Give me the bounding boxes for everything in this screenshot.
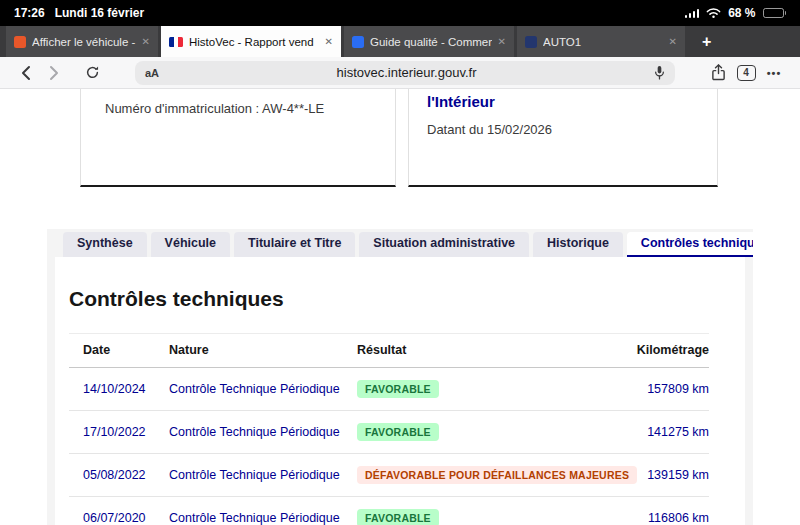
- col-header-date: Date: [69, 334, 169, 368]
- cell-nature: Contrôle Technique Périodique: [169, 454, 357, 497]
- site-favicon: [525, 36, 537, 48]
- inspections-table: Date Nature Résultat Kilométrage 14/10/2…: [69, 333, 709, 525]
- cell-km: 141275 km: [607, 411, 709, 454]
- col-header-resultat: Résultat: [357, 334, 607, 368]
- share-button[interactable]: [704, 59, 732, 87]
- close-icon[interactable]: ✕: [669, 36, 677, 47]
- controles-techniques-panel: Contrôles techniques Date Nature Résulta…: [55, 257, 745, 525]
- browser-tab-1[interactable]: Afficher le véhicule - Ad ✕: [6, 26, 158, 57]
- plus-icon: +: [702, 33, 711, 51]
- forward-icon: [49, 65, 59, 81]
- browser-tab-2-active[interactable]: HistoVec - Rapport vend ✕: [161, 26, 341, 57]
- report-tabs-section: Synthèse Véhicule Titulaire et Titre Sit…: [47, 229, 753, 525]
- toolbar-right: 4 •••: [704, 59, 788, 87]
- clock: 17:26: [14, 6, 45, 20]
- tab-situation-administrative[interactable]: Situation administrative: [359, 232, 529, 257]
- tab-historique[interactable]: Historique: [533, 232, 623, 257]
- share-icon: [711, 64, 726, 81]
- tab-titulaire-et-titre[interactable]: Titulaire et Titre: [234, 232, 355, 257]
- cell-date: 05/08/2022: [69, 454, 169, 497]
- tab-controles-techniques[interactable]: Contrôles techniques: [627, 232, 753, 257]
- status-badge: FAVORABLE: [357, 509, 439, 525]
- close-icon[interactable]: ✕: [325, 36, 333, 47]
- reload-icon: [85, 65, 100, 80]
- site-favicon: [352, 36, 364, 48]
- section-title: Contrôles techniques: [69, 287, 731, 311]
- cell-nature: Contrôle Technique Périodique: [169, 368, 357, 411]
- new-tab-button[interactable]: +: [688, 26, 725, 57]
- status-badge: DÉFAVORABLE POUR DÉFAILLANCES MAJEURES: [357, 466, 637, 484]
- table-row: 06/07/2020 Contrôle Technique Périodique…: [69, 497, 709, 525]
- browser-tab-title: Guide qualité - Commen: [370, 36, 492, 48]
- more-options-button[interactable]: •••: [760, 59, 788, 87]
- status-left: 17:26Lundi 16 février: [14, 6, 154, 20]
- status-right: 68 %: [685, 6, 786, 20]
- cell-nature: Contrôle Technique Périodique: [169, 411, 357, 454]
- table-row: 14/10/2024 Contrôle Technique Périodique…: [69, 368, 709, 411]
- cell-date: 17/10/2022: [69, 411, 169, 454]
- reload-button[interactable]: [78, 59, 106, 87]
- browser-toolbar: aA histovec.interieur.gouv.fr 4 •••: [0, 57, 800, 89]
- status-bar: 17:26Lundi 16 février 68 %: [0, 0, 800, 26]
- url-text: histovec.interieur.gouv.fr: [159, 65, 654, 80]
- back-button[interactable]: [12, 59, 40, 87]
- table-row: 17/10/2022 Contrôle Technique Périodique…: [69, 411, 709, 454]
- browser-tab-3[interactable]: Guide qualité - Commen ✕: [344, 26, 514, 57]
- cell-date: 06/07/2020: [69, 497, 169, 525]
- close-icon[interactable]: ✕: [142, 36, 150, 47]
- cellular-signal-icon: [685, 8, 700, 18]
- wifi-icon: [706, 7, 721, 19]
- browser-tab-title: Afficher le véhicule - Ad: [32, 36, 136, 48]
- tab-vehicule[interactable]: Véhicule: [151, 232, 230, 257]
- ellipsis-icon: •••: [767, 67, 782, 79]
- status-badge: FAVORABLE: [357, 380, 439, 398]
- status-date: Lundi 16 février: [55, 6, 144, 20]
- tab-count-icon: 4: [737, 65, 756, 81]
- browser-tab-strip: Afficher le véhicule - Ad ✕ HistoVec - R…: [0, 26, 800, 57]
- col-header-kilometrage: Kilométrage: [607, 334, 709, 368]
- certificate-date: Datant du 15/02/2026: [427, 122, 717, 137]
- report-header-cards: Numéro d'immatriculation : AW-4**-LE l'I…: [0, 89, 800, 187]
- battery-percent: 68 %: [728, 6, 755, 20]
- certificate-card: l'Intérieur Datant du 15/02/2026: [408, 89, 718, 187]
- cell-km: 157809 km: [607, 368, 709, 411]
- table-header-row: Date Nature Résultat Kilométrage: [69, 334, 709, 368]
- browser-tab-title: HistoVec - Rapport vend: [189, 36, 319, 48]
- col-header-nature: Nature: [169, 334, 357, 368]
- vehicle-card: Numéro d'immatriculation : AW-4**-LE: [80, 89, 396, 187]
- table-row: 05/08/2022 Contrôle Technique Périodique…: [69, 454, 709, 497]
- france-flag-favicon: [169, 37, 183, 47]
- plate-number-line: Numéro d'immatriculation : AW-4**-LE: [105, 101, 395, 116]
- ministry-label: l'Intérieur: [427, 93, 717, 110]
- status-badge: FAVORABLE: [357, 423, 439, 441]
- cell-km: 116806 km: [607, 497, 709, 525]
- forward-button[interactable]: [40, 59, 68, 87]
- reader-options-icon[interactable]: aA: [145, 67, 159, 79]
- browser-tab-title: AUTO1: [543, 36, 663, 48]
- tab-synthese[interactable]: Synthèse: [63, 232, 147, 257]
- site-favicon: [14, 36, 26, 48]
- cell-date: 14/10/2024: [69, 368, 169, 411]
- cell-nature: Contrôle Technique Périodique: [169, 497, 357, 525]
- address-bar[interactable]: aA histovec.interieur.gouv.fr: [135, 61, 675, 85]
- tabs-overview-button[interactable]: 4: [732, 59, 760, 87]
- report-tab-list: Synthèse Véhicule Titulaire et Titre Sit…: [47, 229, 753, 257]
- battery-icon: [763, 8, 787, 18]
- webpage-content: Numéro d'immatriculation : AW-4**-LE l'I…: [0, 89, 800, 525]
- back-icon: [21, 65, 31, 81]
- microphone-icon[interactable]: [654, 65, 665, 80]
- ipad-screen: 17:26Lundi 16 février 68 % Afficher le v…: [0, 0, 800, 525]
- close-icon[interactable]: ✕: [498, 36, 506, 47]
- browser-tab-4[interactable]: AUTO1 ✕: [517, 26, 685, 57]
